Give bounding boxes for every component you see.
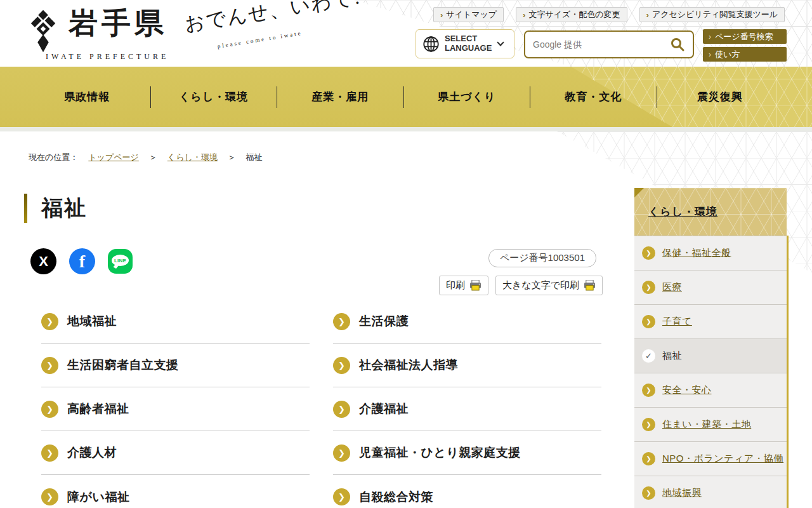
- link-suicide-prevention[interactable]: ❯ 自殺総合対策: [333, 475, 601, 508]
- how-to-use-button[interactable]: › 使い方: [703, 47, 787, 62]
- sitemap-link[interactable]: › サイトマップ: [433, 7, 504, 22]
- breadcrumb-home-link[interactable]: トップページ: [88, 152, 139, 163]
- chevron-circle-icon: ❯: [41, 488, 58, 505]
- chevron-right-icon: ›: [440, 10, 443, 20]
- sidebar-header[interactable]: くらし・環境: [634, 188, 787, 236]
- chevron-right-icon: ›: [523, 10, 525, 20]
- nav-item-land-development[interactable]: 県土づくり: [404, 90, 530, 104]
- nav-item-industry-employment[interactable]: 産業・雇用: [277, 90, 403, 104]
- sidebar-item-childcare[interactable]: ❯ 子育て: [634, 305, 787, 339]
- sidebar-item-label: 子育て: [662, 316, 692, 328]
- chevron-right-icon: ›: [646, 10, 649, 20]
- accessibility-tool-link-label: アクセシビリティ閲覧支援ツール: [652, 9, 778, 20]
- sidebar-item-label: 住まい・建築・土地: [662, 418, 751, 431]
- print-large-button[interactable]: 大きな文字で印刷: [495, 276, 603, 295]
- how-to-use-label: 使い方: [715, 49, 740, 60]
- breadcrumb-category-link[interactable]: くらし・環境: [167, 152, 218, 163]
- sidebar-item-housing-land[interactable]: ❯ 住まい・建築・土地: [634, 408, 787, 442]
- print-button-label: 印刷: [446, 279, 465, 291]
- sidebar-item-health-welfare[interactable]: ❯ 保健・福祉全般: [634, 236, 787, 271]
- iwate-crest-icon: [25, 9, 61, 53]
- link-label: 地域福祉: [67, 313, 117, 330]
- sidebar-item-label: 安全・安心: [662, 384, 712, 396]
- social-share: X f LINE: [30, 248, 133, 274]
- link-label: 高齢者福祉: [67, 401, 129, 417]
- x-share-icon[interactable]: X: [30, 248, 56, 274]
- nav-item-living-environment[interactable]: くらし・環境: [151, 90, 277, 104]
- text-size-color-link[interactable]: › 文字サイズ・配色の変更: [516, 7, 627, 22]
- search-icon: [670, 37, 685, 52]
- line-share-icon[interactable]: LINE: [108, 249, 133, 274]
- page-title: 福祉: [41, 194, 87, 223]
- link-nursing-care[interactable]: ❯ 介護福祉: [333, 387, 601, 431]
- search-button[interactable]: [670, 37, 685, 52]
- link-needy-self-support[interactable]: ❯ 生活困窮者自立支援: [41, 344, 310, 387]
- facebook-glyph: f: [79, 251, 85, 272]
- utility-links: › サイトマップ › 文字サイズ・配色の変更 › アクセシビリティ閲覧支援ツール: [433, 7, 785, 22]
- page: 岩手県 IWATE PREFECTURE おでんせ、いわて! please co…: [0, 0, 812, 508]
- print-button[interactable]: 印刷: [439, 276, 488, 295]
- printer-icon: [469, 280, 481, 291]
- link-elderly-welfare[interactable]: ❯ 高齢者福祉: [41, 387, 310, 431]
- chevron-circle-icon: ❯: [333, 444, 350, 462]
- chevron-circle-icon: ❯: [333, 401, 350, 418]
- link-list-left: ❯ 地域福祉 ❯ 生活困窮者自立支援 ❯ 高齢者福祉 ❯ 介護人材 ❯ 障がい福…: [41, 300, 310, 508]
- globe-icon: [422, 36, 440, 53]
- global-nav: 県政情報 くらし・環境 産業・雇用 県土づくり 教育・文化 震災復興: [24, 67, 783, 127]
- chevron-circle-icon: ❯: [333, 313, 350, 330]
- link-social-welfare-corp[interactable]: ❯ 社会福祉法人指導: [333, 344, 601, 387]
- link-label: 生活困窮者自立支援: [67, 357, 179, 373]
- site-name-english: IWATE PREFECTURE: [46, 52, 169, 62]
- link-list-right: ❯ 生活保護 ❯ 社会福祉法人指導 ❯ 介護福祉 ❯ 児童福祉・ひとり親家庭支援…: [333, 300, 601, 508]
- site-tagline-english: please come to iwate: [217, 30, 303, 50]
- chevron-circle-icon: ❯: [642, 315, 655, 328]
- search-input[interactable]: [533, 39, 670, 50]
- chevron-circle-icon: ❯: [642, 418, 655, 431]
- chevron-circle-icon: ❯: [642, 486, 655, 500]
- chevron-circle-icon: ❯: [41, 357, 58, 374]
- site-header: 岩手県 IWATE PREFECTURE おでんせ、いわて! please co…: [0, 0, 812, 67]
- site-logo[interactable]: 岩手県: [25, 5, 167, 53]
- chevron-circle-icon: ❯: [642, 452, 655, 465]
- sidebar-item-label: 保健・福祉全般: [662, 247, 731, 259]
- link-label: 介護福祉: [359, 401, 409, 417]
- breadcrumb-label: 現在の位置：: [29, 152, 78, 163]
- language-select[interactable]: SELECT LANGUAGE: [416, 29, 514, 58]
- sidebar-item-label: NPO・ボランティア・協働: [662, 453, 783, 465]
- sidebar-item-label: 地域振興: [662, 487, 702, 499]
- page-number-search-button[interactable]: › ページ番号検索: [703, 29, 787, 44]
- sidebar-item-label: 医療: [662, 281, 682, 293]
- chevron-circle-icon: ❯: [41, 401, 58, 418]
- corner-triangle-decoration: [634, 188, 644, 197]
- sitemap-link-label: サイトマップ: [446, 9, 497, 20]
- site-name: 岩手県: [69, 5, 167, 42]
- chevron-down-icon: [497, 39, 504, 46]
- sidebar-item-safety[interactable]: ❯ 安全・安心: [634, 373, 787, 408]
- page-number-badge: ページ番号1003501: [488, 249, 596, 267]
- line-bubble: LINE: [112, 255, 129, 266]
- link-community-welfare[interactable]: ❯ 地域福祉: [41, 300, 310, 344]
- nav-item-prefectural-info[interactable]: 県政情報: [24, 90, 150, 104]
- check-icon: ✓: [642, 349, 655, 363]
- facebook-share-icon[interactable]: f: [69, 248, 95, 274]
- link-label: 児童福祉・ひとり親家庭支援: [359, 444, 521, 461]
- chevron-circle-icon: ❯: [642, 246, 655, 260]
- link-public-assistance[interactable]: ❯ 生活保護: [333, 300, 601, 344]
- quick-buttons: › ページ番号検索 › 使い方: [703, 29, 787, 62]
- sidebar-item-regional-development[interactable]: ❯ 地域振興: [634, 476, 787, 508]
- link-label: 介護人材: [67, 444, 117, 461]
- nav-item-education-culture[interactable]: 教育・文化: [530, 90, 657, 104]
- breadcrumb-separator: ＞: [149, 152, 157, 163]
- link-disability-welfare[interactable]: ❯ 障がい福祉: [41, 475, 310, 508]
- text-size-color-link-label: 文字サイズ・配色の変更: [528, 9, 620, 20]
- link-child-welfare[interactable]: ❯ 児童福祉・ひとり親家庭支援: [333, 431, 601, 475]
- sidebar-item-npo-volunteer[interactable]: ❯ NPO・ボランティア・協働: [634, 442, 787, 476]
- title-accent-bar: [24, 194, 27, 223]
- chevron-circle-icon: ❯: [333, 357, 350, 374]
- sidebar-item-medical[interactable]: ❯ 医療: [634, 271, 787, 305]
- nav-item-disaster-recovery[interactable]: 震災復興: [657, 90, 783, 104]
- accessibility-tool-link[interactable]: › アクセシビリティ閲覧支援ツール: [639, 7, 785, 22]
- link-care-workers[interactable]: ❯ 介護人材: [41, 431, 310, 475]
- link-label: 障がい福祉: [67, 489, 129, 505]
- sidebar-item-welfare-current: ✓ 福祉: [634, 339, 787, 373]
